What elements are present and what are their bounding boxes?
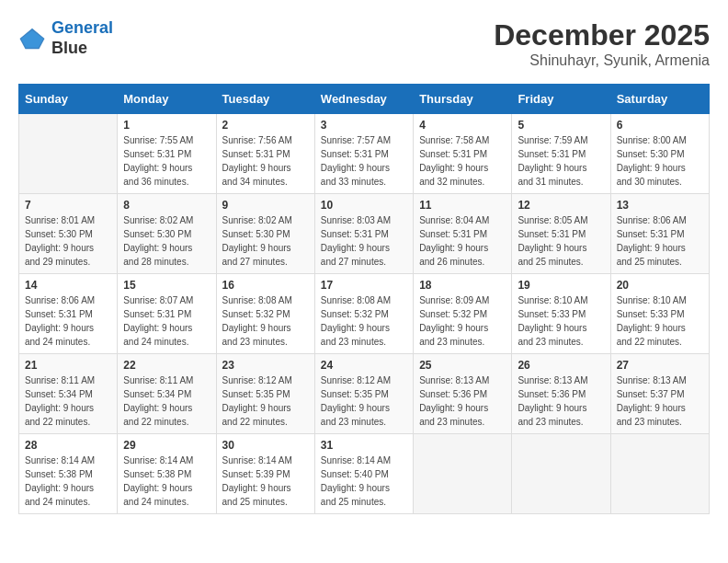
day-number: 23 xyxy=(222,359,309,372)
day-cell: 25Sunrise: 8:13 AMSunset: 5:36 PMDayligh… xyxy=(414,354,512,434)
day-number: 1 xyxy=(123,119,210,132)
day-number: 17 xyxy=(321,279,407,292)
day-cell: 5Sunrise: 7:59 AMSunset: 5:31 PMDaylight… xyxy=(512,114,610,194)
day-cell: 3Sunrise: 7:57 AMSunset: 5:31 PMDaylight… xyxy=(314,114,413,194)
logo: General Blue xyxy=(18,18,113,58)
weekday-header-wednesday: Wednesday xyxy=(314,85,413,114)
weekday-header-sunday: Sunday xyxy=(19,85,118,114)
day-number: 18 xyxy=(419,279,506,292)
day-cell: 14Sunrise: 8:06 AMSunset: 5:31 PMDayligh… xyxy=(19,274,118,354)
day-cell: 11Sunrise: 8:04 AMSunset: 5:31 PMDayligh… xyxy=(414,194,512,274)
day-number: 28 xyxy=(25,439,111,452)
day-info: Sunrise: 8:12 AMSunset: 5:35 PMDaylight:… xyxy=(321,373,407,429)
weekday-header-monday: Monday xyxy=(118,85,216,114)
logo-icon xyxy=(18,25,46,52)
week-row-1: 1Sunrise: 7:55 AMSunset: 5:31 PMDaylight… xyxy=(19,114,710,194)
weekday-header-thursday: Thursday xyxy=(414,85,512,114)
day-info: Sunrise: 8:13 AMSunset: 5:37 PMDaylight:… xyxy=(617,373,703,429)
day-info: Sunrise: 8:11 AMSunset: 5:34 PMDaylight:… xyxy=(25,373,111,429)
day-cell xyxy=(512,434,610,514)
day-cell: 26Sunrise: 8:13 AMSunset: 5:36 PMDayligh… xyxy=(512,354,610,434)
day-info: Sunrise: 8:02 AMSunset: 5:30 PMDaylight:… xyxy=(123,213,210,269)
month-title: December 2025 xyxy=(494,18,710,52)
day-cell: 7Sunrise: 8:01 AMSunset: 5:30 PMDaylight… xyxy=(19,194,118,274)
day-cell xyxy=(610,434,709,514)
day-info: Sunrise: 8:12 AMSunset: 5:35 PMDaylight:… xyxy=(222,373,309,429)
day-info: Sunrise: 8:14 AMSunset: 5:38 PMDaylight:… xyxy=(123,454,210,509)
day-cell: 16Sunrise: 8:08 AMSunset: 5:32 PMDayligh… xyxy=(216,274,314,354)
day-info: Sunrise: 8:07 AMSunset: 5:31 PMDaylight:… xyxy=(123,293,210,349)
day-number: 22 xyxy=(123,359,210,372)
weekday-header-saturday: Saturday xyxy=(610,85,709,114)
title-block: December 2025 Shinuhayr, Syunik, Armenia xyxy=(494,18,710,69)
day-number: 12 xyxy=(518,199,604,212)
day-number: 2 xyxy=(222,119,309,132)
day-info: Sunrise: 7:58 AMSunset: 5:31 PMDaylight:… xyxy=(419,133,506,189)
day-number: 31 xyxy=(321,439,407,452)
day-number: 11 xyxy=(419,199,506,212)
day-cell: 4Sunrise: 7:58 AMSunset: 5:31 PMDaylight… xyxy=(414,114,512,194)
day-info: Sunrise: 8:06 AMSunset: 5:31 PMDaylight:… xyxy=(617,213,703,269)
day-info: Sunrise: 8:08 AMSunset: 5:32 PMDaylight:… xyxy=(222,293,309,349)
day-number: 7 xyxy=(25,199,111,212)
day-info: Sunrise: 8:02 AMSunset: 5:30 PMDaylight:… xyxy=(222,213,309,269)
day-cell xyxy=(19,114,118,194)
day-number: 29 xyxy=(123,439,210,452)
calendar-table: SundayMondayTuesdayWednesdayThursdayFrid… xyxy=(18,84,710,514)
day-info: Sunrise: 7:55 AMSunset: 5:31 PMDaylight:… xyxy=(123,133,210,189)
day-cell: 20Sunrise: 8:10 AMSunset: 5:33 PMDayligh… xyxy=(610,274,709,354)
day-info: Sunrise: 8:14 AMSunset: 5:40 PMDaylight:… xyxy=(321,454,407,509)
page-header: General Blue December 2025 Shinuhayr, Sy… xyxy=(18,18,710,69)
day-info: Sunrise: 8:09 AMSunset: 5:32 PMDaylight:… xyxy=(419,293,506,349)
logo-line2: Blue xyxy=(51,39,113,59)
day-info: Sunrise: 8:01 AMSunset: 5:30 PMDaylight:… xyxy=(25,213,111,269)
day-cell: 17Sunrise: 8:08 AMSunset: 5:32 PMDayligh… xyxy=(314,274,413,354)
day-info: Sunrise: 8:00 AMSunset: 5:30 PMDaylight:… xyxy=(617,133,703,189)
day-info: Sunrise: 8:10 AMSunset: 5:33 PMDaylight:… xyxy=(518,293,604,349)
weekday-header-tuesday: Tuesday xyxy=(216,85,314,114)
day-cell: 28Sunrise: 8:14 AMSunset: 5:38 PMDayligh… xyxy=(19,434,118,514)
day-cell: 13Sunrise: 8:06 AMSunset: 5:31 PMDayligh… xyxy=(610,194,709,274)
day-info: Sunrise: 7:59 AMSunset: 5:31 PMDaylight:… xyxy=(518,133,604,189)
day-number: 10 xyxy=(321,199,407,212)
day-number: 21 xyxy=(25,359,111,372)
day-info: Sunrise: 8:14 AMSunset: 5:39 PMDaylight:… xyxy=(222,454,309,509)
day-cell: 9Sunrise: 8:02 AMSunset: 5:30 PMDaylight… xyxy=(216,194,314,274)
day-info: Sunrise: 8:08 AMSunset: 5:32 PMDaylight:… xyxy=(321,293,407,349)
day-number: 26 xyxy=(518,359,604,372)
day-number: 24 xyxy=(321,359,407,372)
day-number: 3 xyxy=(321,119,407,132)
logo-line1: General xyxy=(51,18,113,37)
day-cell: 19Sunrise: 8:10 AMSunset: 5:33 PMDayligh… xyxy=(512,274,610,354)
weekday-header-row: SundayMondayTuesdayWednesdayThursdayFrid… xyxy=(19,85,710,114)
day-cell: 30Sunrise: 8:14 AMSunset: 5:39 PMDayligh… xyxy=(216,434,314,514)
day-number: 20 xyxy=(617,279,703,292)
week-row-4: 21Sunrise: 8:11 AMSunset: 5:34 PMDayligh… xyxy=(19,354,710,434)
day-cell: 29Sunrise: 8:14 AMSunset: 5:38 PMDayligh… xyxy=(118,434,216,514)
day-cell: 12Sunrise: 8:05 AMSunset: 5:31 PMDayligh… xyxy=(512,194,610,274)
day-number: 5 xyxy=(518,119,604,132)
location-subtitle: Shinuhayr, Syunik, Armenia xyxy=(494,52,710,69)
day-cell: 10Sunrise: 8:03 AMSunset: 5:31 PMDayligh… xyxy=(314,194,413,274)
day-info: Sunrise: 8:14 AMSunset: 5:38 PMDaylight:… xyxy=(25,454,111,509)
day-number: 6 xyxy=(617,119,703,132)
day-cell: 6Sunrise: 8:00 AMSunset: 5:30 PMDaylight… xyxy=(610,114,709,194)
day-number: 13 xyxy=(617,199,703,212)
day-cell: 2Sunrise: 7:56 AMSunset: 5:31 PMDaylight… xyxy=(216,114,314,194)
day-info: Sunrise: 8:03 AMSunset: 5:31 PMDaylight:… xyxy=(321,213,407,269)
day-info: Sunrise: 7:57 AMSunset: 5:31 PMDaylight:… xyxy=(321,133,407,189)
day-number: 19 xyxy=(518,279,604,292)
day-cell: 23Sunrise: 8:12 AMSunset: 5:35 PMDayligh… xyxy=(216,354,314,434)
day-number: 8 xyxy=(123,199,210,212)
day-cell: 22Sunrise: 8:11 AMSunset: 5:34 PMDayligh… xyxy=(118,354,216,434)
day-info: Sunrise: 8:13 AMSunset: 5:36 PMDaylight:… xyxy=(518,373,604,429)
day-cell: 24Sunrise: 8:12 AMSunset: 5:35 PMDayligh… xyxy=(314,354,413,434)
week-row-5: 28Sunrise: 8:14 AMSunset: 5:38 PMDayligh… xyxy=(19,434,710,514)
day-number: 9 xyxy=(222,199,309,212)
day-cell xyxy=(414,434,512,514)
day-info: Sunrise: 8:10 AMSunset: 5:33 PMDaylight:… xyxy=(617,293,703,349)
week-row-3: 14Sunrise: 8:06 AMSunset: 5:31 PMDayligh… xyxy=(19,274,710,354)
day-number: 27 xyxy=(617,359,703,372)
day-info: Sunrise: 8:13 AMSunset: 5:36 PMDaylight:… xyxy=(419,373,506,429)
day-cell: 18Sunrise: 8:09 AMSunset: 5:32 PMDayligh… xyxy=(414,274,512,354)
